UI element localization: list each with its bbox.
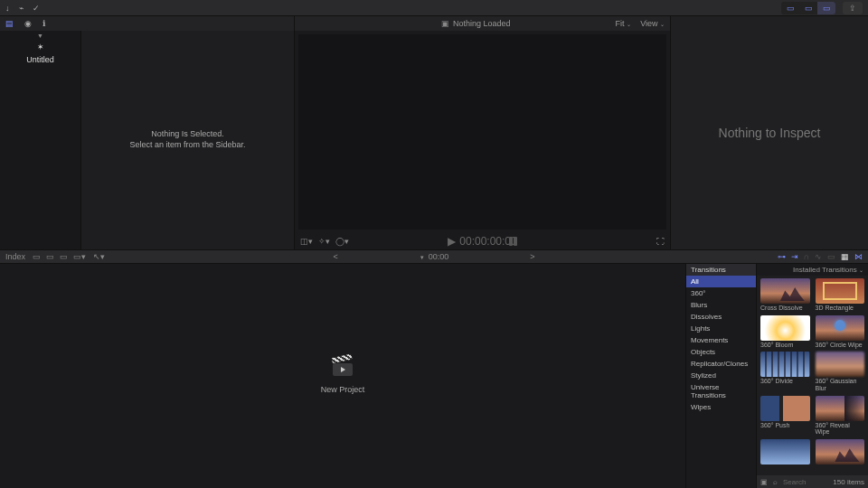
timeline-timecode: 00:00 bbox=[429, 252, 449, 261]
inspector-toggle[interactable]: ▭ bbox=[817, 2, 835, 14]
fullscreen-icon[interactable]: ⛶ bbox=[656, 237, 665, 246]
background-tasks-icon[interactable]: ✓ bbox=[33, 4, 40, 13]
transitions-grid: Cross Dissolve3D Rectangle360° Bloom360°… bbox=[757, 276, 868, 475]
app-toolbar: ↓ ⌁ ✓ ▭ ▭ ▭ ⇪ bbox=[0, 0, 868, 16]
browser-empty-state: Nothing Is Selected. Select an item from… bbox=[81, 31, 294, 249]
skimming-toggle[interactable] bbox=[509, 237, 517, 246]
library-sidebar: ▼✶Untitled ▶✱Smart Collections ▶▣20.10.2… bbox=[0, 31, 81, 249]
effects-browser-icon[interactable]: ▦ bbox=[841, 252, 849, 261]
thumb-label: 360° Reveal Wipe bbox=[816, 422, 865, 436]
effects-categories: Transitions All360°BlursDissolvesLightsM… bbox=[686, 264, 757, 488]
effects-browser: Transitions All360°BlursDissolvesLightsM… bbox=[685, 264, 868, 488]
connect-clip-icon[interactable]: ▭ bbox=[33, 252, 41, 261]
category-item[interactable]: 360° bbox=[686, 287, 756, 299]
effects-header: Transitions bbox=[686, 264, 756, 276]
import-icon[interactable]: ↓ bbox=[5, 4, 10, 13]
audio-skimming-icon[interactable]: ⇥ bbox=[791, 252, 798, 261]
browser-empty-line2: Select an item from the Sidebar. bbox=[129, 140, 245, 151]
arrow-tool-icon[interactable]: ↖▾ bbox=[93, 252, 105, 261]
photos-tab-icon[interactable]: ◉ bbox=[24, 19, 32, 28]
clapperboard-icon bbox=[333, 358, 353, 376]
transitions-browser-icon[interactable]: ⋈ bbox=[854, 252, 863, 261]
category-item[interactable]: Lights bbox=[686, 323, 756, 334]
transition-thumb[interactable]: 3D Rectangle bbox=[816, 278, 865, 312]
libraries-tab-icon[interactable]: ▤ bbox=[5, 19, 14, 28]
enhance-tool-icon[interactable]: ✧▾ bbox=[318, 237, 330, 246]
browser-pane: ▤ ◉ ℹ︎ ▼✶Untitled ▶✱Smart Collections ▶▣… bbox=[0, 16, 295, 249]
timeline-toolbar: Index ▭ ▭ ▭ ▭▾ ↖▾ <▼00:00> ⊶ ⇥ ∩ ∿ ▭ ▦ ⋈ bbox=[0, 249, 868, 264]
play-icon[interactable]: ▶ bbox=[448, 235, 456, 248]
viewer-clip-icon: ▣ bbox=[441, 19, 449, 28]
thumb-label: Cross Dissolve bbox=[760, 305, 810, 312]
item-count: 150 items bbox=[833, 478, 864, 486]
transition-thumb[interactable]: 360° Gaussian Blur bbox=[816, 352, 865, 391]
thumb-label: 360° Divide bbox=[760, 378, 810, 385]
thumb-label: 360° Gaussian Blur bbox=[816, 378, 865, 391]
sidebar-library[interactable]: ▼✶Untitled bbox=[0, 31, 80, 249]
transition-thumb[interactable]: 360° Bloom bbox=[760, 315, 810, 349]
category-item[interactable]: Universe Transitions bbox=[686, 381, 756, 401]
category-item[interactable]: Stylized bbox=[686, 370, 756, 381]
viewer-title: Nothing Loaded bbox=[453, 19, 511, 28]
category-item[interactable]: Objects bbox=[686, 346, 756, 358]
skimming-icon[interactable]: ⊶ bbox=[778, 252, 786, 261]
category-item[interactable]: Movements bbox=[686, 334, 756, 346]
category-item[interactable]: Dissolves bbox=[686, 311, 756, 323]
thumb-label: 3D Rectangle bbox=[816, 305, 865, 312]
search-icon: ⌕ bbox=[773, 478, 778, 486]
transition-thumb[interactable]: Cross Dissolve bbox=[760, 278, 810, 312]
insert-clip-icon[interactable]: ▭ bbox=[46, 252, 54, 261]
category-item[interactable]: Wipes bbox=[686, 401, 756, 413]
timeline-scrub-right[interactable]: > bbox=[530, 252, 534, 261]
workspace-segmented: ▭ ▭ ▭ bbox=[781, 2, 835, 14]
category-item[interactable]: Replicator/Clones bbox=[686, 358, 756, 370]
theme-filter-icon[interactable]: ▣ bbox=[760, 478, 768, 486]
transition-thumb[interactable]: 360° Reveal Wipe bbox=[816, 396, 865, 436]
viewer-pane: ▣Nothing Loaded Fit ⌄ View ⌄ ◫▾ ✧▾ ◯▾ ▶0… bbox=[295, 16, 671, 249]
search-input[interactable]: Search bbox=[783, 478, 827, 486]
keyword-icon[interactable]: ⌁ bbox=[19, 4, 24, 13]
retime-tool-icon[interactable]: ◯▾ bbox=[335, 237, 349, 246]
index-button[interactable]: Index bbox=[5, 252, 25, 261]
inspector-empty: Nothing to Inspect bbox=[719, 126, 821, 140]
thumb-label: 360° Bloom bbox=[760, 342, 810, 349]
viewer-canvas[interactable] bbox=[298, 34, 666, 230]
browser-toggle[interactable]: ▭ bbox=[781, 2, 799, 14]
transition-thumb[interactable]: 360° Push bbox=[760, 396, 810, 436]
timeline-toggle[interactable]: ▭ bbox=[799, 2, 817, 14]
fit-menu[interactable]: Fit ⌄ bbox=[616, 19, 632, 28]
category-item[interactable]: All bbox=[686, 276, 756, 287]
view-menu[interactable]: View ⌄ bbox=[640, 19, 665, 28]
timeline-area[interactable]: New Project bbox=[0, 264, 685, 488]
thumb-label: 360° Push bbox=[760, 422, 810, 429]
transition-thumb[interactable]: 360° Divide bbox=[760, 352, 810, 391]
share-button[interactable]: ⇪ bbox=[843, 2, 863, 14]
solo-icon[interactable]: ∩ bbox=[804, 252, 809, 261]
category-item[interactable]: Blurs bbox=[686, 299, 756, 311]
timeline-scrub-left[interactable]: < bbox=[333, 252, 337, 261]
transition-thumb[interactable] bbox=[816, 439, 865, 465]
snapping-icon[interactable]: ∿ bbox=[815, 252, 822, 261]
overwrite-clip-icon[interactable]: ▭▾ bbox=[73, 252, 86, 261]
clip-appearance-icon[interactable]: ▭ bbox=[827, 252, 835, 261]
thumb-label: 360° Circle Wipe bbox=[816, 342, 865, 349]
inspector-pane: Nothing to Inspect bbox=[671, 16, 868, 249]
new-project-button[interactable]: New Project bbox=[321, 385, 365, 394]
titles-tab-icon[interactable]: ℹ︎ bbox=[42, 19, 45, 28]
transition-thumb[interactable]: 360° Circle Wipe bbox=[816, 315, 865, 349]
installed-transitions-menu[interactable]: Installed Transitions ⌄ bbox=[793, 266, 863, 274]
transform-tool-icon[interactable]: ◫▾ bbox=[300, 237, 313, 246]
transition-thumb[interactable] bbox=[760, 439, 810, 465]
append-clip-icon[interactable]: ▭ bbox=[60, 252, 68, 261]
browser-empty-line1: Nothing Is Selected. bbox=[129, 129, 245, 140]
